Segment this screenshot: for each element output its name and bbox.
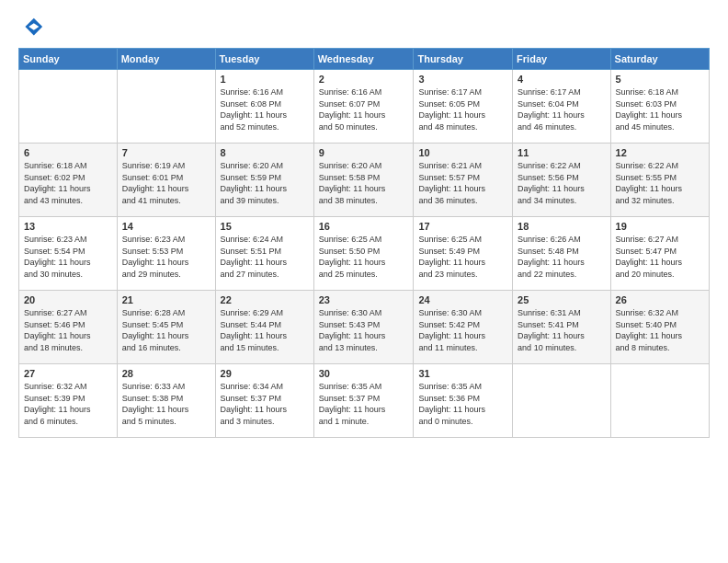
calendar-cell: 20Sunrise: 6:27 AM Sunset: 5:46 PM Dayli… [19, 291, 118, 364]
day-number: 12 [616, 147, 704, 158]
day-number: 15 [221, 221, 309, 232]
calendar-cell: 5Sunrise: 6:18 AM Sunset: 6:03 PM Daylig… [610, 70, 709, 144]
calendar-cell: 26Sunrise: 6:32 AM Sunset: 5:40 PM Dayli… [610, 291, 709, 364]
day-number: 26 [616, 294, 704, 305]
day-number: 9 [319, 147, 409, 158]
day-info: Sunrise: 6:16 AM Sunset: 6:08 PM Dayligh… [221, 86, 309, 132]
day-info: Sunrise: 6:16 AM Sunset: 6:07 PM Dayligh… [319, 86, 409, 132]
day-info: Sunrise: 6:22 AM Sunset: 5:56 PM Dayligh… [518, 160, 605, 206]
calendar-week-row: 27Sunrise: 6:32 AM Sunset: 5:39 PM Dayli… [19, 364, 710, 438]
calendar-cell [19, 70, 118, 144]
calendar-cell: 27Sunrise: 6:32 AM Sunset: 5:39 PM Dayli… [19, 364, 118, 438]
day-number: 22 [221, 294, 309, 305]
calendar-cell [513, 364, 610, 438]
calendar-cell: 30Sunrise: 6:35 AM Sunset: 5:37 PM Dayli… [313, 364, 414, 438]
calendar-cell: 22Sunrise: 6:29 AM Sunset: 5:44 PM Dayli… [215, 291, 313, 364]
day-info: Sunrise: 6:25 AM Sunset: 5:50 PM Dayligh… [319, 234, 409, 280]
calendar-cell: 19Sunrise: 6:27 AM Sunset: 5:47 PM Dayli… [610, 217, 709, 291]
day-number: 31 [418, 368, 507, 379]
calendar-cell: 12Sunrise: 6:22 AM Sunset: 5:55 PM Dayli… [610, 144, 709, 217]
calendar-cell: 13Sunrise: 6:23 AM Sunset: 5:54 PM Dayli… [19, 217, 118, 291]
day-number: 16 [319, 221, 409, 232]
calendar-cell: 25Sunrise: 6:31 AM Sunset: 5:41 PM Dayli… [513, 291, 610, 364]
day-info: Sunrise: 6:18 AM Sunset: 6:02 PM Dayligh… [24, 160, 112, 206]
calendar-cell: 16Sunrise: 6:25 AM Sunset: 5:50 PM Dayli… [313, 217, 414, 291]
day-info: Sunrise: 6:30 AM Sunset: 5:42 PM Dayligh… [418, 307, 507, 353]
calendar-week-row: 20Sunrise: 6:27 AM Sunset: 5:46 PM Dayli… [19, 291, 710, 364]
day-number: 1 [221, 74, 309, 85]
day-info: Sunrise: 6:17 AM Sunset: 6:04 PM Dayligh… [518, 86, 605, 132]
day-info: Sunrise: 6:35 AM Sunset: 5:37 PM Dayligh… [319, 381, 409, 427]
day-number: 25 [518, 294, 605, 305]
day-number: 13 [24, 221, 112, 232]
calendar-cell: 24Sunrise: 6:30 AM Sunset: 5:42 PM Dayli… [414, 291, 513, 364]
day-number: 29 [221, 368, 309, 379]
header [18, 15, 710, 40]
day-info: Sunrise: 6:33 AM Sunset: 5:38 PM Dayligh… [122, 381, 210, 427]
day-info: Sunrise: 6:32 AM Sunset: 5:40 PM Dayligh… [616, 307, 704, 353]
day-info: Sunrise: 6:23 AM Sunset: 5:53 PM Dayligh… [122, 234, 210, 280]
calendar-cell: 21Sunrise: 6:28 AM Sunset: 5:45 PM Dayli… [117, 291, 215, 364]
day-of-week-header: Thursday [414, 49, 513, 70]
calendar-cell: 11Sunrise: 6:22 AM Sunset: 5:56 PM Dayli… [513, 144, 610, 217]
day-number: 19 [616, 221, 704, 232]
day-of-week-header: Friday [513, 49, 610, 70]
day-number: 17 [418, 221, 507, 232]
day-number: 18 [518, 221, 605, 232]
day-info: Sunrise: 6:19 AM Sunset: 6:01 PM Dayligh… [122, 160, 210, 206]
day-info: Sunrise: 6:30 AM Sunset: 5:43 PM Dayligh… [319, 307, 409, 353]
calendar-cell: 15Sunrise: 6:24 AM Sunset: 5:51 PM Dayli… [215, 217, 313, 291]
day-of-week-header: Wednesday [313, 49, 414, 70]
calendar-week-row: 6Sunrise: 6:18 AM Sunset: 6:02 PM Daylig… [19, 144, 710, 217]
day-info: Sunrise: 6:18 AM Sunset: 6:03 PM Dayligh… [616, 86, 704, 132]
day-number: 20 [24, 294, 112, 305]
day-number: 30 [319, 368, 409, 379]
calendar-week-row: 13Sunrise: 6:23 AM Sunset: 5:54 PM Dayli… [19, 217, 710, 291]
calendar-cell: 18Sunrise: 6:26 AM Sunset: 5:48 PM Dayli… [513, 217, 610, 291]
day-info: Sunrise: 6:34 AM Sunset: 5:37 PM Dayligh… [221, 381, 309, 427]
calendar-cell: 6Sunrise: 6:18 AM Sunset: 6:02 PM Daylig… [19, 144, 118, 217]
calendar-cell [117, 70, 215, 144]
day-info: Sunrise: 6:29 AM Sunset: 5:44 PM Dayligh… [221, 307, 309, 353]
day-info: Sunrise: 6:23 AM Sunset: 5:54 PM Dayligh… [24, 234, 112, 280]
day-of-week-header: Sunday [19, 49, 118, 70]
day-number: 4 [518, 74, 605, 85]
calendar-cell: 4Sunrise: 6:17 AM Sunset: 6:04 PM Daylig… [513, 70, 610, 144]
day-info: Sunrise: 6:28 AM Sunset: 5:45 PM Dayligh… [122, 307, 210, 353]
day-number: 14 [122, 221, 210, 232]
day-number: 2 [319, 74, 409, 85]
calendar-cell: 29Sunrise: 6:34 AM Sunset: 5:37 PM Dayli… [215, 364, 313, 438]
day-number: 10 [418, 147, 507, 158]
day-number: 7 [122, 147, 210, 158]
calendar-cell: 2Sunrise: 6:16 AM Sunset: 6:07 PM Daylig… [313, 70, 414, 144]
day-info: Sunrise: 6:22 AM Sunset: 5:55 PM Dayligh… [616, 160, 704, 206]
day-info: Sunrise: 6:17 AM Sunset: 6:05 PM Dayligh… [418, 86, 507, 132]
logo [18, 15, 48, 40]
calendar-cell: 7Sunrise: 6:19 AM Sunset: 6:01 PM Daylig… [117, 144, 215, 217]
calendar-cell: 14Sunrise: 6:23 AM Sunset: 5:53 PM Dayli… [117, 217, 215, 291]
day-number: 3 [418, 74, 507, 85]
day-number: 23 [319, 294, 409, 305]
day-number: 8 [221, 147, 309, 158]
calendar-cell: 28Sunrise: 6:33 AM Sunset: 5:38 PM Dayli… [117, 364, 215, 438]
day-number: 5 [616, 74, 704, 85]
calendar-cell [610, 364, 709, 438]
day-info: Sunrise: 6:27 AM Sunset: 5:46 PM Dayligh… [24, 307, 112, 353]
calendar-cell: 23Sunrise: 6:30 AM Sunset: 5:43 PM Dayli… [313, 291, 414, 364]
day-info: Sunrise: 6:26 AM Sunset: 5:48 PM Dayligh… [518, 234, 605, 280]
day-number: 28 [122, 368, 210, 379]
calendar-cell: 1Sunrise: 6:16 AM Sunset: 6:08 PM Daylig… [215, 70, 313, 144]
day-info: Sunrise: 6:31 AM Sunset: 5:41 PM Dayligh… [518, 307, 605, 353]
day-number: 27 [24, 368, 112, 379]
day-info: Sunrise: 6:21 AM Sunset: 5:57 PM Dayligh… [418, 160, 507, 206]
calendar-cell: 9Sunrise: 6:20 AM Sunset: 5:58 PM Daylig… [313, 144, 414, 217]
day-number: 6 [24, 147, 112, 158]
day-of-week-header: Tuesday [215, 49, 313, 70]
calendar-cell: 3Sunrise: 6:17 AM Sunset: 6:05 PM Daylig… [414, 70, 513, 144]
day-info: Sunrise: 6:25 AM Sunset: 5:49 PM Dayligh… [418, 234, 507, 280]
day-number: 24 [418, 294, 507, 305]
day-of-week-header: Monday [117, 49, 215, 70]
day-info: Sunrise: 6:24 AM Sunset: 5:51 PM Dayligh… [221, 234, 309, 280]
day-number: 11 [518, 147, 605, 158]
calendar-header-row: SundayMondayTuesdayWednesdayThursdayFrid… [19, 49, 710, 70]
